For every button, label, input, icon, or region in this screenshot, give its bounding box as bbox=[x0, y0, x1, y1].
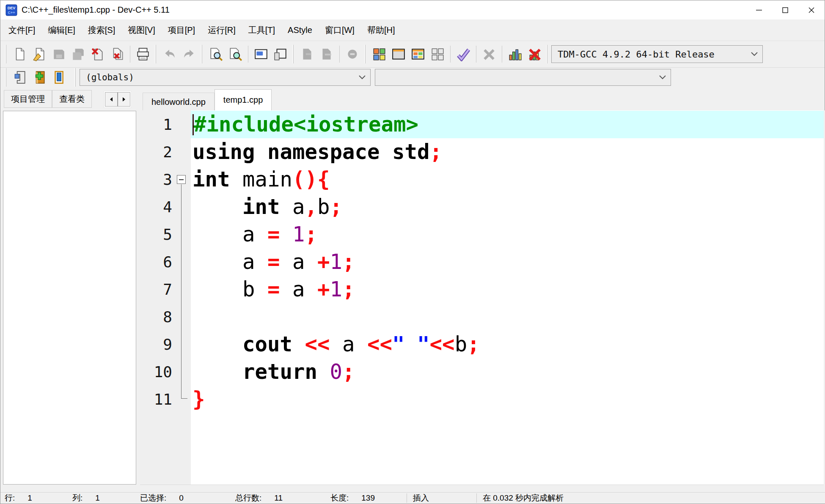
code-text[interactable]: return 0; bbox=[191, 358, 824, 386]
goto-bookmark-button[interactable] bbox=[49, 69, 69, 86]
toolbar-grip bbox=[546, 45, 547, 63]
incremental-search-button[interactable] bbox=[271, 44, 290, 64]
replace-button[interactable] bbox=[226, 44, 245, 64]
code-text[interactable]: } bbox=[191, 386, 824, 413]
fold-column bbox=[172, 358, 191, 386]
redo-button[interactable] bbox=[179, 44, 199, 64]
compile-and-run-icon bbox=[411, 47, 425, 61]
open-file-button[interactable] bbox=[30, 44, 49, 64]
menu-view[interactable]: 视图[V] bbox=[121, 22, 161, 38]
menu-search[interactable]: 搜索[S] bbox=[82, 22, 121, 38]
new-file-button[interactable] bbox=[10, 44, 30, 64]
goto-line-button[interactable] bbox=[251, 44, 271, 64]
add-to-project-button[interactable] bbox=[297, 44, 317, 64]
tab-scroll-right-button[interactable] bbox=[118, 92, 130, 107]
menu-tools[interactable]: 工具[T] bbox=[242, 22, 281, 38]
redo-icon bbox=[182, 47, 196, 61]
syntax-check-button[interactable] bbox=[454, 44, 473, 64]
code-text[interactable]: cout << a <<" "<<b; bbox=[191, 331, 824, 358]
project-panel[interactable] bbox=[3, 111, 136, 485]
close-all-files-button[interactable] bbox=[107, 44, 127, 64]
replace-icon bbox=[228, 47, 242, 61]
fold-column bbox=[172, 386, 191, 413]
globals-combo[interactable]: (globals) bbox=[80, 69, 371, 86]
close-file-button[interactable] bbox=[88, 44, 107, 64]
incremental-search-icon bbox=[273, 47, 288, 61]
editor-tab-helloworld[interactable]: helloworld.cpp bbox=[143, 93, 214, 110]
toolbar-separator bbox=[248, 46, 248, 63]
minimize-button[interactable] bbox=[746, 0, 772, 19]
undo-button[interactable] bbox=[160, 44, 179, 64]
rebuild-all-button[interactable] bbox=[428, 44, 447, 64]
status-total-lines: 总行数:11 bbox=[235, 493, 330, 504]
code-text[interactable]: a = a +1; bbox=[191, 248, 824, 276]
code-line: 4 int a,b; bbox=[140, 193, 824, 221]
print-button[interactable] bbox=[133, 44, 153, 64]
fold-column bbox=[172, 303, 191, 331]
compiler-combo[interactable]: TDM-GCC 4.9.2 64-bit Release bbox=[551, 45, 763, 63]
menu-project[interactable]: 项目[P] bbox=[162, 22, 201, 38]
menu-astyle[interactable]: AStyle bbox=[281, 22, 319, 38]
maximize-button[interactable] bbox=[772, 0, 798, 19]
save-all-button[interactable] bbox=[69, 44, 88, 64]
insert-button[interactable] bbox=[10, 69, 30, 86]
menu-bar: 文件[F] 编辑[E] 搜索[S] 视图[V] 项目[P] 运行[R] 工具[T… bbox=[0, 19, 825, 41]
fold-collapse-icon[interactable] bbox=[177, 175, 186, 184]
rebuild-all-icon bbox=[430, 47, 445, 61]
line-number: 8 bbox=[140, 303, 172, 331]
remove-from-project-button[interactable] bbox=[317, 44, 336, 64]
project-options-button[interactable] bbox=[343, 44, 362, 64]
svg-text:DEV: DEV bbox=[8, 6, 16, 10]
code-text[interactable]: int main(){ bbox=[191, 166, 824, 193]
line-number: 3 bbox=[140, 166, 172, 193]
member-combo[interactable] bbox=[375, 69, 671, 86]
compiler-combo-value: TDM-GCC 4.9.2 64-bit Release bbox=[558, 49, 715, 60]
title-bar: DEV C++ C:\C++_files\temp1.cpp - Dev-C++… bbox=[0, 0, 825, 19]
compile-icon bbox=[372, 47, 386, 61]
code-editor[interactable]: 1#include<iostream>2using namespace std;… bbox=[140, 110, 824, 485]
tab-scroll-left-button[interactable] bbox=[105, 92, 118, 107]
save-button[interactable] bbox=[49, 44, 69, 64]
menu-help[interactable]: 帮助[H] bbox=[361, 22, 402, 38]
line-number: 9 bbox=[140, 331, 172, 358]
find-button[interactable] bbox=[206, 44, 226, 64]
fold-column bbox=[172, 276, 191, 303]
run-button[interactable] bbox=[389, 44, 408, 64]
editor-tab-temp1[interactable]: temp1.cpp bbox=[214, 89, 272, 110]
code-text[interactable]: int a,b; bbox=[191, 193, 824, 221]
fold-column bbox=[172, 221, 191, 248]
tab-row: 项目管理 查看类 helloworld.cpp temp1.cpp bbox=[0, 87, 825, 110]
compile-and-run-button[interactable] bbox=[408, 44, 428, 64]
toggle-bookmark-button[interactable] bbox=[30, 69, 49, 86]
code-text[interactable]: using namespace std; bbox=[191, 138, 824, 166]
line-number: 11 bbox=[140, 386, 172, 413]
abort-compilation-button[interactable] bbox=[479, 44, 499, 64]
menu-window[interactable]: 窗口[W] bbox=[319, 22, 361, 38]
line-number: 5 bbox=[140, 221, 172, 248]
profile-analysis-button[interactable] bbox=[505, 44, 525, 64]
fold-column bbox=[172, 193, 191, 221]
window-title: C:\C++_files\temp1.cpp - Dev-C++ 5.11 bbox=[22, 5, 170, 15]
menu-edit[interactable]: 编辑[E] bbox=[41, 22, 81, 38]
chevron-down-icon bbox=[751, 52, 758, 57]
panel-tab-view-classes[interactable]: 查看类 bbox=[52, 90, 92, 108]
new-file-icon bbox=[13, 47, 27, 61]
code-text[interactable]: a = 1; bbox=[191, 221, 824, 248]
main-toolbar: TDM-GCC 4.9.2 64-bit Release bbox=[0, 41, 825, 67]
panel-tab-project-manager[interactable]: 项目管理 bbox=[4, 90, 52, 108]
code-text[interactable]: #include<iostream> bbox=[191, 111, 824, 138]
code-text[interactable]: b = a +1; bbox=[191, 276, 824, 303]
code-line: 10 return 0; bbox=[140, 358, 824, 386]
undo-icon bbox=[162, 47, 177, 61]
close-button[interactable] bbox=[798, 0, 825, 19]
save-icon bbox=[52, 47, 66, 61]
delete-profiling-button[interactable] bbox=[525, 44, 544, 64]
remove-from-project-icon bbox=[319, 47, 334, 61]
compile-button[interactable] bbox=[369, 44, 389, 64]
code-text[interactable] bbox=[191, 303, 824, 331]
code-line: 7 b = a +1; bbox=[140, 276, 824, 303]
menu-execute[interactable]: 运行[R] bbox=[201, 22, 242, 38]
chevron-down-icon bbox=[358, 75, 366, 80]
toolbar-separator bbox=[130, 46, 130, 63]
menu-file[interactable]: 文件[F] bbox=[2, 22, 41, 38]
